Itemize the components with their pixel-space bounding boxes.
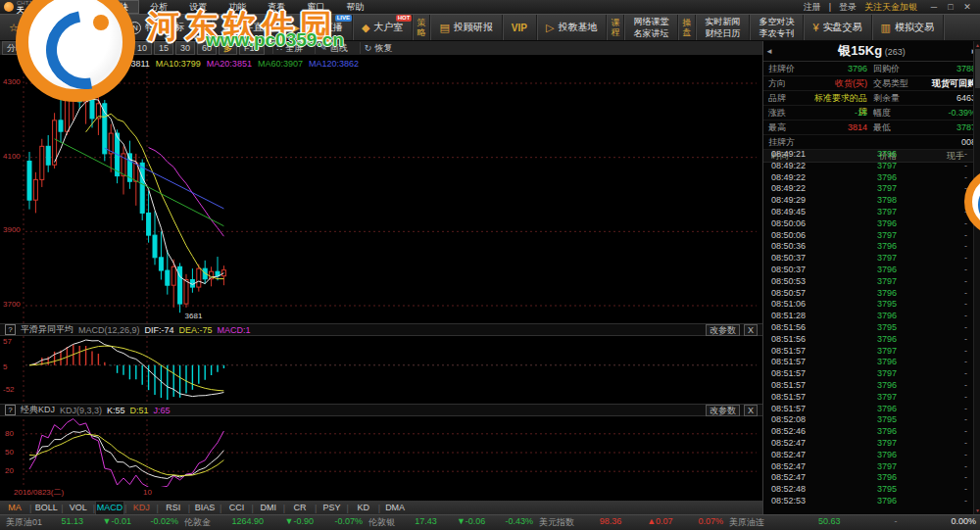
table-row[interactable]: 08:52:083795- bbox=[763, 414, 973, 426]
toolbar-item[interactable]: N特色指标 bbox=[120, 15, 194, 40]
tab-bias[interactable]: BIAS bbox=[190, 501, 220, 515]
period-button[interactable]: 日 bbox=[31, 41, 50, 55]
table-row[interactable]: 08:52:473797- bbox=[763, 438, 973, 450]
kdj-help-icon[interactable]: ? bbox=[5, 405, 16, 415]
menu-item[interactable]: 查看 bbox=[257, 0, 296, 14]
panel-scrollbar[interactable]: ▲ ▼ bbox=[973, 41, 980, 514]
table-row[interactable]: 08:51:573796- bbox=[763, 357, 973, 368]
table-row[interactable]: 08:50:573796- bbox=[763, 288, 973, 300]
tab-dma[interactable]: DMA bbox=[380, 501, 410, 515]
table-row[interactable]: 08:49:223796- bbox=[763, 172, 973, 184]
table-row[interactable]: 08:50:373797- bbox=[763, 253, 973, 265]
table-row[interactable]: 08:49:223797- bbox=[763, 183, 973, 195]
table-row[interactable]: 08:49:293798- bbox=[763, 195, 973, 207]
table-row[interactable]: 08:52:473797- bbox=[763, 461, 973, 473]
period-button[interactable]: F10 bbox=[239, 41, 265, 55]
table-row[interactable]: 08:51:563796- bbox=[763, 334, 973, 346]
period-button[interactable]: 60 bbox=[197, 41, 217, 55]
kdj-edit-params-button[interactable]: 改参数 bbox=[706, 405, 740, 416]
toolbar-item[interactable]: ◆大户室HOT bbox=[353, 15, 413, 40]
chart-help-icon[interactable]: ? bbox=[93, 59, 104, 70]
toolbar-category[interactable]: 操盘 bbox=[678, 15, 696, 40]
table-row[interactable]: 08:51:573797- bbox=[763, 346, 973, 358]
toolbar-category[interactable]: 直播 bbox=[194, 15, 212, 40]
tab-cr[interactable]: CR bbox=[285, 501, 315, 515]
table-row[interactable]: 08:51:563795- bbox=[763, 322, 973, 334]
tab-macd[interactable]: MACD bbox=[95, 501, 124, 515]
table-row[interactable]: 08:51:573797- bbox=[763, 392, 973, 404]
table-row[interactable]: 08:51:573796- bbox=[763, 404, 973, 415]
table-row[interactable]: 08:51:573796- bbox=[763, 380, 973, 392]
chart-tool-button[interactable]: ↻恢复 bbox=[360, 42, 397, 54]
toolbar-item[interactable]: 网络课堂名家讲坛 bbox=[624, 15, 678, 40]
table-row[interactable]: 08:49:453797- bbox=[763, 207, 973, 218]
follow-link[interactable]: 关注天金加银 bbox=[864, 1, 917, 14]
kline-chart-canvas[interactable]: 43283681 bbox=[0, 41, 762, 514]
toolbar-category[interactable]: 策略 bbox=[413, 15, 430, 40]
menu-item[interactable]: 分析 bbox=[139, 0, 178, 14]
table-row[interactable]: 08:50:373796- bbox=[763, 265, 973, 276]
toolbar-item[interactable]: ¥实盘交易 bbox=[804, 15, 871, 40]
scroll-up-icon[interactable]: ▲ bbox=[974, 42, 980, 48]
tab-kd[interactable]: KD bbox=[349, 501, 378, 515]
period-button[interactable]: 5 bbox=[113, 41, 130, 55]
tab-cci[interactable]: CCI bbox=[221, 501, 251, 515]
toolbar-item[interactable]: ▷投教基地 bbox=[537, 15, 607, 40]
menu-item[interactable]: 窗口 bbox=[296, 0, 335, 14]
tab-dmi[interactable]: DMI bbox=[254, 501, 283, 515]
menu-item[interactable]: 功能 bbox=[218, 0, 257, 14]
table-row[interactable]: 08:51:063795- bbox=[763, 299, 973, 311]
period-button[interactable]: 1 bbox=[93, 41, 111, 55]
macd-edit-params-button[interactable]: 改参数 bbox=[706, 324, 740, 336]
table-row[interactable]: 08:52:483795- bbox=[763, 484, 973, 496]
tab-ma[interactable]: MA bbox=[0, 501, 29, 515]
scrollbar-thumb[interactable] bbox=[975, 49, 980, 88]
table-row[interactable]: 08:49:223797- bbox=[763, 161, 973, 172]
tab-psy[interactable]: PSY bbox=[317, 501, 346, 515]
tab-kdj[interactable]: KDJ bbox=[126, 501, 156, 515]
table-row[interactable]: 08:50:533797- bbox=[763, 276, 973, 288]
menu-item[interactable]: 板块 bbox=[100, 0, 139, 14]
toolbar-item[interactable]: 实时新闻财经日历 bbox=[696, 15, 750, 40]
period-button[interactable]: 10 bbox=[132, 41, 152, 55]
tab-vol[interactable]: VOL bbox=[64, 501, 93, 515]
minimize-button[interactable]: ─ bbox=[929, 2, 939, 12]
close-button[interactable]: ✕ bbox=[962, 2, 972, 12]
table-row[interactable]: 08:51:573797- bbox=[763, 368, 973, 380]
table-row[interactable]: 08:52:463796- bbox=[763, 426, 973, 438]
menu-item[interactable]: 设置 bbox=[178, 0, 218, 14]
register-link[interactable]: 注册 bbox=[804, 1, 821, 14]
menu-item[interactable]: 帮助 bbox=[335, 0, 374, 14]
tab-boll[interactable]: BOLL bbox=[31, 501, 61, 515]
toolbar-item[interactable]: ≡更多 bbox=[72, 15, 120, 40]
kdj-close-button[interactable]: X bbox=[744, 405, 758, 416]
table-row[interactable]: 08:50:363796- bbox=[763, 241, 973, 253]
period-button[interactable]: 15 bbox=[154, 41, 173, 55]
macd-close-button[interactable]: X bbox=[744, 324, 758, 336]
scroll-down-icon[interactable]: ▼ bbox=[974, 507, 980, 513]
period-button[interactable]: 分时 bbox=[2, 41, 29, 55]
menu-item[interactable]: 系统 bbox=[61, 0, 100, 14]
table-row[interactable]: 08:52:473796- bbox=[763, 450, 973, 461]
table-row[interactable]: 08:50:063797- bbox=[763, 230, 973, 242]
toolbar-item[interactable]: ▤投顾研报 bbox=[430, 15, 502, 40]
tab-rsi[interactable]: RSI bbox=[159, 501, 188, 515]
table-row[interactable]: 08:52:473796- bbox=[763, 472, 973, 484]
maximize-button[interactable]: □ bbox=[946, 2, 956, 12]
chart-tool-button[interactable]: ✎画线 bbox=[315, 42, 352, 54]
toolbar-item[interactable]: ▶视频直播LIVE bbox=[283, 15, 353, 40]
login-link[interactable]: 登录 bbox=[839, 1, 857, 14]
toolbar-item[interactable]: VIP bbox=[503, 15, 537, 40]
period-button[interactable]: 月 bbox=[73, 41, 91, 55]
table-row[interactable]: 08:50:063796- bbox=[763, 218, 973, 230]
toolbar-category[interactable]: 课程 bbox=[607, 15, 624, 40]
toolbar-item[interactable]: ☆我的自选 bbox=[0, 15, 72, 40]
table-row[interactable]: 08:49:213796- bbox=[763, 149, 973, 161]
period-button[interactable]: 周 bbox=[52, 41, 71, 55]
table-row[interactable]: 08:52:533796- bbox=[763, 496, 973, 507]
period-button[interactable]: 多 bbox=[219, 41, 237, 55]
toolbar-item[interactable]: ▥模拟交易 bbox=[872, 15, 944, 40]
table-row[interactable]: 08:51:283796- bbox=[763, 311, 973, 322]
prev-contract-arrow[interactable]: ◄ bbox=[763, 47, 775, 56]
toolbar-item[interactable]: ✎文字直播LIVE bbox=[212, 15, 282, 40]
